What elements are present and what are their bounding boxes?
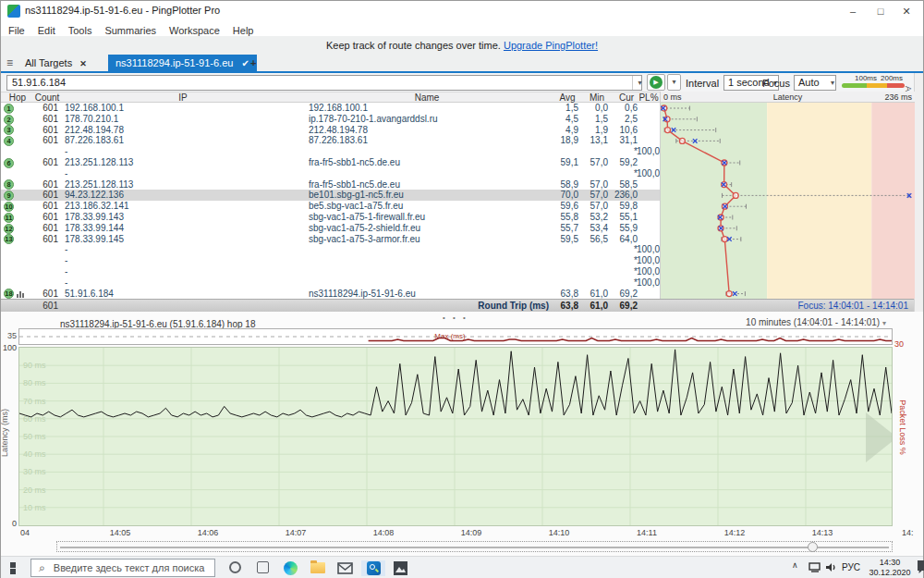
time-range-label: 10 minutes (14:04:01 - 14:14:01) xyxy=(746,317,880,327)
table-row[interactable]: -*100,0 xyxy=(1,244,660,255)
header-avg[interactable]: Avg xyxy=(553,92,582,103)
table-row[interactable]: -*100,0 xyxy=(1,255,660,266)
table-row[interactable]: 12601178.33.99.144sbg-vac1-a75-2-shield.… xyxy=(1,223,660,234)
table-row[interactable]: 13601178.33.99.145sbg-vac1-a75-3-armor.f… xyxy=(1,234,660,245)
new-tab-button[interactable]: + xyxy=(243,55,263,71)
menu-summaries[interactable]: Summaries xyxy=(104,25,156,36)
header-count[interactable]: Count xyxy=(34,92,60,103)
speaker-icon[interactable] xyxy=(825,562,838,572)
menu-file[interactable]: File xyxy=(8,25,25,36)
minimize-icon[interactable]: – xyxy=(840,1,866,21)
cortana-icon[interactable] xyxy=(223,560,247,576)
legend-gradient-bar xyxy=(842,83,905,88)
notification-center-icon[interactable] xyxy=(918,560,924,573)
table-row[interactable]: 2601178.70.210.1ip.178-70-210-1.avangard… xyxy=(1,114,660,125)
table-row[interactable]: 11601178.33.99.143sbg-vac1-a75-1-firewal… xyxy=(1,212,660,223)
min-cell: 0,0 xyxy=(582,103,608,114)
clock[interactable]: 14:30 30.12.2020 xyxy=(866,558,914,578)
hop-cell: 11 xyxy=(4,212,31,223)
hop-badge: 11 xyxy=(4,213,14,223)
count-cell: 601 xyxy=(34,135,58,146)
min-cell: 53,4 xyxy=(582,223,608,234)
edge-browser-icon[interactable] xyxy=(278,560,302,576)
min-cell: 56,5 xyxy=(582,234,608,245)
hop-badge: 10 xyxy=(4,202,14,212)
file-explorer-icon[interactable] xyxy=(306,560,330,576)
time-tick-label: 14:06 xyxy=(195,528,221,537)
svg-text:30 ms: 30 ms xyxy=(23,467,46,476)
tray-chevron-up-icon[interactable]: ∧ xyxy=(792,560,798,570)
menu-workspace[interactable]: Workspace xyxy=(169,25,220,36)
table-row[interactable]: 10601213.186.32.141be5.sbg-vac1-a75.fr.e… xyxy=(1,201,660,212)
trace-options-dropdown[interactable]: ▾ xyxy=(667,74,681,91)
mail-icon[interactable] xyxy=(334,560,358,576)
packet-loss-axis-title: Packet Loss % xyxy=(898,392,907,462)
tab-active-target[interactable]: ns31118294.ip-51-91-6.eu ✔ xyxy=(108,55,257,71)
name-cell: ip.178-70-210-1.avangarddsl.ru xyxy=(309,114,549,125)
pingplotter-taskbar-icon[interactable] xyxy=(361,560,385,576)
count-cell: 601 xyxy=(34,289,58,300)
photos-icon[interactable] xyxy=(389,560,413,576)
tab-all-targets[interactable]: All Targets ✕ xyxy=(18,55,94,71)
time-tick-label: 14:11 xyxy=(634,528,660,537)
trace-toolbar: 51.91.6.184 ▾ ▶ ▾ Interval 1 second ▾ Fo… xyxy=(1,73,923,92)
header-ip[interactable]: IP xyxy=(60,92,306,103)
header-name[interactable]: Name xyxy=(306,92,548,103)
latency-time-plot[interactable]: 90 ms80 ms70 ms60 ms50 ms40 ms30 ms20 ms… xyxy=(18,347,893,526)
header-min[interactable]: Min xyxy=(582,92,612,103)
count-cell: 601 xyxy=(34,114,58,125)
time-range-selector[interactable]: 10 minutes (14:04:01 - 14:14:01) ▾ xyxy=(746,317,886,327)
maximize-icon[interactable]: □ xyxy=(868,1,894,21)
taskbar-search-input[interactable]: ⌕ Введите здесь текст для поиска xyxy=(30,559,215,577)
menu-help[interactable]: Help xyxy=(233,25,254,36)
hop-badge: 4 xyxy=(4,136,14,146)
hop-badge: 8 xyxy=(4,179,14,190)
scrollbar-thumb[interactable] xyxy=(808,542,818,552)
table-row[interactable]: 6601213.251.128.113fra-fr5-sbb1-nc5.de.e… xyxy=(1,157,660,168)
network-icon[interactable] xyxy=(808,562,821,572)
target-dropdown-icon[interactable]: ▾ xyxy=(632,76,647,90)
ip-cell: 213.251.128.113 xyxy=(65,179,300,191)
table-row[interactable]: 460187.226.183.6187.226.183.6118,913,131… xyxy=(1,135,660,146)
focus-select[interactable]: Auto ▾ xyxy=(794,75,836,91)
close-icon[interactable]: ✕ xyxy=(894,1,919,21)
hamburger-icon[interactable]: ≡ xyxy=(6,56,13,69)
pl-cell: 100,0 xyxy=(637,168,659,179)
name-cell: 192.168.100.1 xyxy=(309,103,549,114)
table-row[interactable]: 3601212.48.194.78212.48.194.784,91,910,6 xyxy=(1,125,660,136)
avg-cell: 59,5 xyxy=(553,234,578,245)
task-view-icon[interactable] xyxy=(250,560,274,576)
hop-badge: 2 xyxy=(4,115,14,125)
header-hop[interactable]: Hop xyxy=(1,92,34,103)
table-row[interactable]: -*100,0 xyxy=(1,266,660,277)
time-scrollbar[interactable] xyxy=(56,541,893,552)
upgrade-link[interactable]: Upgrade PingPlotter! xyxy=(504,40,598,51)
ip-cell: 178.33.99.144 xyxy=(65,223,300,234)
cur-cell: * xyxy=(612,277,638,289)
tray-time: 14:30 xyxy=(866,558,914,568)
splitter-handle[interactable]: • • • xyxy=(443,314,468,322)
table-row[interactable]: -*100,0 xyxy=(1,168,660,179)
table-row[interactable]: 1601192.168.100.1192.168.100.11,50,00,6 xyxy=(1,103,660,114)
menu-tools[interactable]: Tools xyxy=(68,25,92,36)
table-row[interactable]: 1860151.91.6.184ns31118294.ip-51-91-6.eu… xyxy=(1,289,660,300)
start-trace-button[interactable]: ▶ xyxy=(647,74,665,91)
tab-close-icon[interactable]: ✕ xyxy=(79,59,87,68)
alerts-side-panel[interactable] xyxy=(914,73,923,312)
table-row[interactable]: 960194.23.122.136be101.sbg-g1-nc5.fr.eu7… xyxy=(1,190,660,201)
table-row[interactable]: 8601213.251.128.113fra-fr5-sbb1-nc5.de.e… xyxy=(1,179,660,191)
start-button-icon[interactable] xyxy=(10,562,22,574)
cur-cell: * xyxy=(612,146,638,157)
target-input[interactable]: 51.91.6.184 ▾ xyxy=(6,75,642,91)
table-row[interactable]: -*100,0 xyxy=(1,146,660,157)
header-pl[interactable]: PL% xyxy=(638,92,660,103)
upgrade-banner: Keep track of route changes over time. U… xyxy=(1,40,923,55)
menu-edit[interactable]: Edit xyxy=(38,25,55,36)
cur-cell: 31,1 xyxy=(612,135,638,146)
hop-badge: 12 xyxy=(4,224,14,234)
table-row[interactable]: -*100,0 xyxy=(1,277,660,289)
language-indicator[interactable]: РУС xyxy=(842,562,860,572)
ip-cell: 213.251.128.113 xyxy=(65,157,300,168)
min-cell: 57,0 xyxy=(582,157,608,168)
route-latency-chart: 0 ms Latency 236 ms xyxy=(660,92,914,299)
